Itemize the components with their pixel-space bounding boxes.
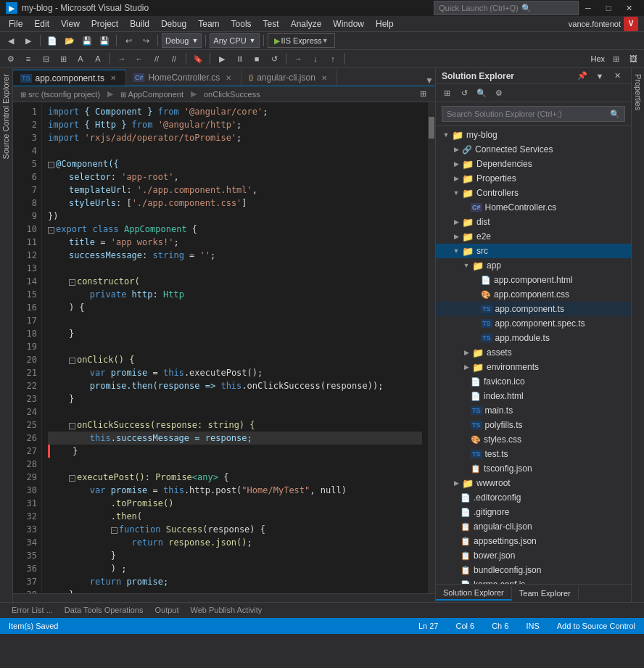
code-line-5[interactable]: -@Component({ (48, 157, 422, 170)
forward-button[interactable]: ▶ (20, 33, 36, 48)
step-into-button[interactable]: ↓ (307, 51, 323, 66)
code-line-4[interactable] (48, 144, 422, 157)
code-line-38[interactable]: } (48, 588, 422, 593)
status-col[interactable]: Col 6 (453, 622, 477, 630)
code-line-18[interactable]: } (48, 327, 422, 340)
new-project-button[interactable]: 📄 (44, 33, 60, 48)
tree-item-appsettings-json[interactable]: 📋appsettings.json (436, 534, 631, 548)
open-button[interactable]: 📂 (62, 33, 78, 48)
code-line-28[interactable] (48, 458, 422, 471)
se-pin-button[interactable]: 📌 (574, 69, 590, 83)
tb2-btn-6[interactable]: A (90, 51, 106, 66)
menu-file[interactable]: File (3, 16, 28, 32)
code-line-12[interactable]: successMessage: string = ''; (48, 249, 422, 262)
code-line-32[interactable]: .then( (48, 510, 422, 523)
tree-item-e2e[interactable]: ▶📁e2e (436, 229, 631, 244)
code-line-15[interactable]: private http: Http (48, 288, 422, 301)
tree-item-assets[interactable]: ▶📁assets (436, 345, 631, 360)
tree-item-Properties[interactable]: ▶📁Properties (436, 171, 631, 186)
code-line-26[interactable]: this.successMessage = response; (48, 432, 422, 445)
tree-item-angular-cli-json[interactable]: 📋angular-cli.json (436, 519, 631, 534)
se-footer-tab-team[interactable]: Team Explorer (512, 587, 579, 600)
tb2-btn-2[interactable]: ≡ (20, 51, 36, 66)
menu-edit[interactable]: Edit (28, 16, 55, 32)
scrollbar-thumb[interactable] (429, 117, 434, 139)
code-line-17[interactable] (48, 314, 422, 327)
tb2-btn-1[interactable]: ⚙ (3, 51, 19, 66)
tree-item-my-blog[interactable]: ▼📁my-blog (436, 128, 631, 142)
run-debug-button[interactable]: ▶ (214, 51, 230, 66)
tree-item--gitignore[interactable]: 📄.gitignore (436, 505, 631, 519)
se-footer-tab-solution[interactable]: Solution Explorer (436, 586, 512, 601)
tree-item-app-component-ts[interactable]: TSapp.component.ts (436, 302, 631, 316)
code-line-22[interactable]: promise.then(response => this.onClickSuc… (48, 379, 422, 392)
btab-data-tools[interactable]: Data Tools Operations (59, 604, 149, 617)
se-tb-2[interactable]: ↺ (456, 86, 472, 100)
properties-label[interactable]: Properties (632, 68, 644, 116)
debug-config-dropdown[interactable]: Debug ▼ (162, 33, 202, 48)
minimize-button[interactable]: ─ (579, 1, 598, 15)
se-dropdown-button[interactable]: ▼ (592, 69, 608, 83)
path-class[interactable]: ⊞ AppComponent (117, 89, 186, 99)
save-all-button[interactable]: 💾 (96, 33, 112, 48)
code-line-27[interactable]: } (48, 445, 422, 458)
tree-item-src[interactable]: ▼📁src (436, 244, 631, 258)
tree-item-index-html[interactable]: 📄index.html (436, 389, 631, 403)
tree-item-dist[interactable]: ▶📁dist (436, 215, 631, 229)
run-button[interactable]: ▶ IIS Express ▼ (268, 33, 335, 48)
menu-tools[interactable]: Tools (226, 16, 257, 32)
menu-view[interactable]: View (55, 16, 86, 32)
menu-test[interactable]: Test (257, 16, 285, 32)
tab-close-homecontroller[interactable]: ✕ (223, 74, 234, 82)
hex-button[interactable]: ⊞ (608, 51, 624, 66)
code-line-37[interactable]: return promise; (48, 575, 422, 588)
btab-output[interactable]: Output (149, 604, 184, 617)
tree-item-test-ts[interactable]: TStest.ts (436, 447, 631, 461)
code-line-31[interactable]: .toPromise() (48, 497, 422, 510)
tb2-btn-4[interactable]: ⊞ (55, 51, 71, 66)
status-mode[interactable]: INS (523, 622, 542, 630)
comment-button[interactable]: // (149, 51, 165, 66)
path-project[interactable]: ⊞ src (tsconfig project) (17, 89, 103, 99)
tree-item-environments[interactable]: ▶📁environments (436, 360, 631, 374)
tree-item-app-component-html[interactable]: 📄app.component.html (436, 273, 631, 287)
code-line-7[interactable]: templateUrl: './app.component.html', (48, 184, 422, 197)
image-button[interactable]: 🖼 (625, 51, 641, 66)
code-content[interactable]: import { Component } from '@angular/core… (42, 102, 428, 593)
se-search-input[interactable]: Search Solution Explorer (Ctrl+;) 🔍 (442, 106, 625, 122)
code-line-9[interactable]: }) (48, 210, 422, 223)
path-method[interactable]: onClickSuccess (201, 89, 263, 99)
menu-build[interactable]: Build (124, 16, 155, 32)
code-line-20[interactable]: -onClick() { (48, 353, 422, 366)
tree-item-HomeController-cs[interactable]: C#HomeController.cs (436, 200, 631, 215)
code-line-19[interactable] (48, 340, 422, 353)
se-tb-1[interactable]: ⊞ (439, 86, 455, 100)
stop-button[interactable]: ■ (249, 51, 265, 66)
step-over-button[interactable]: → (290, 51, 306, 66)
se-close-button[interactable]: ✕ (609, 69, 625, 83)
scrollbar-horizontal[interactable] (13, 593, 435, 602)
status-line[interactable]: Ln 27 (416, 622, 442, 630)
menu-analyze[interactable]: Analyze (285, 16, 328, 32)
menu-window[interactable]: Window (327, 16, 370, 32)
btab-web-publish[interactable]: Web Publish Activity (185, 604, 268, 617)
tree-item-main-ts[interactable]: TSmain.ts (436, 403, 631, 418)
tree-item-Controllers[interactable]: ▼📁Controllers (436, 186, 631, 200)
code-line-14[interactable]: -constructor( (48, 275, 422, 288)
se-tb-4[interactable]: ⚙ (491, 86, 507, 100)
redo-button[interactable]: ↪ (138, 33, 154, 48)
menu-debug[interactable]: Debug (155, 16, 192, 32)
tab-angular-cli[interactable]: {} angular-cli.json ✕ (242, 70, 337, 86)
step-out-button[interactable]: ↑ (325, 51, 341, 66)
maximize-button[interactable]: □ (599, 1, 618, 15)
status-saved[interactable]: Item(s) Saved (6, 622, 61, 630)
tab-close-app-component[interactable]: ✕ (108, 74, 118, 82)
menu-team[interactable]: Team (192, 16, 225, 32)
code-line-24[interactable] (48, 405, 422, 418)
close-button[interactable]: ✕ (619, 1, 638, 15)
code-line-2[interactable]: import { Http } from '@angular/http'; (48, 118, 422, 131)
tree-item-styles-css[interactable]: 🎨styles.css (436, 432, 631, 447)
save-button[interactable]: 💾 (79, 33, 95, 48)
bookmark-button[interactable]: 🔖 (190, 51, 206, 66)
code-line-35[interactable]: } (48, 549, 422, 562)
